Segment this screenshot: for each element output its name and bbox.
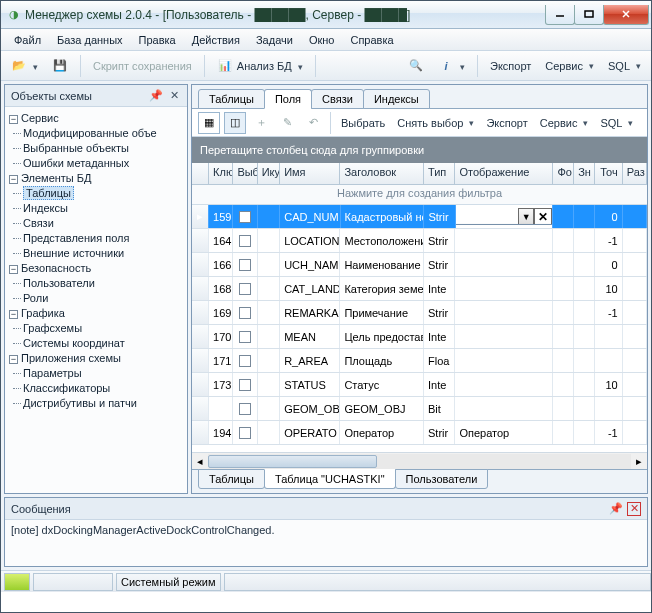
bottom-tab[interactable]: Пользователи	[395, 469, 489, 489]
tree-item[interactable]: Модифицированные объе	[23, 126, 185, 141]
dropdown-item[interactable]: Имя	[456, 225, 553, 228]
msg-pin-icon[interactable]: 📌	[609, 502, 623, 516]
col-fo[interactable]: Фо	[553, 163, 574, 184]
checkbox[interactable]	[239, 331, 251, 343]
menu-actions[interactable]: Действия	[185, 32, 247, 48]
col-raz[interactable]: Раз	[623, 163, 647, 184]
tree-item[interactable]: Графсхемы	[23, 321, 185, 336]
export-button[interactable]: Экспорт	[486, 58, 535, 74]
sql-menu[interactable]: SQL	[604, 58, 645, 74]
tree-item[interactable]: Внешние источники	[23, 246, 185, 261]
bottom-tab[interactable]: Таблица "UCHASTKI"	[264, 469, 396, 489]
tree-item[interactable]: Системы координат	[23, 336, 185, 351]
tree-group[interactable]: −Приложения схемыПараметрыКлассификаторы…	[9, 351, 185, 411]
table-row[interactable]: ▸159CAD_NUMКадастровый ноStrir▼✕ИмяНалич…	[192, 205, 647, 229]
top-tab[interactable]: Таблицы	[198, 89, 265, 109]
undo-icon[interactable]: ↶	[302, 112, 324, 134]
pin-icon[interactable]: 📌	[149, 89, 163, 103]
add-icon[interactable]: ＋	[250, 112, 272, 134]
save-button[interactable]: 💾	[48, 56, 72, 76]
view-grid-icon[interactable]: ▦	[198, 112, 220, 134]
service-menu[interactable]: Сервис	[541, 58, 598, 74]
select-button[interactable]: Выбрать	[337, 115, 389, 131]
grid-export-button[interactable]: Экспорт	[482, 115, 531, 131]
checkbox[interactable]	[239, 355, 251, 367]
table-row[interactable]: 164LOCATIONМестоположениStrir-1	[192, 229, 647, 253]
checkbox[interactable]	[239, 427, 251, 439]
edit-icon[interactable]: ✎	[276, 112, 298, 134]
grid-service-button[interactable]: Сервис	[536, 115, 593, 131]
checkbox[interactable]	[239, 403, 251, 415]
object-tree[interactable]: −СервисМодифицированные объеВыбранные об…	[5, 107, 187, 493]
tree-group[interactable]: −Элементы БДТаблицыИндексыСвязиПредставл…	[9, 171, 185, 261]
col-zn[interactable]: Зн	[574, 163, 595, 184]
table-row[interactable]: 171R_AREAПлощадьFloa	[192, 349, 647, 373]
table-row[interactable]: 166UCH_NAMНаименованиеStrir0	[192, 253, 647, 277]
col-display[interactable]: Отображение	[455, 163, 553, 184]
tree-item[interactable]: Ошибки метаданных	[23, 156, 185, 171]
tree-item[interactable]: Связи	[23, 216, 185, 231]
tree-item[interactable]: Параметры	[23, 366, 185, 381]
col-header[interactable]: Заголовок	[340, 163, 424, 184]
menu-tasks[interactable]: Задачи	[249, 32, 300, 48]
table-row[interactable]: 170MEANЦель предоставInte	[192, 325, 647, 349]
dropdown-toggle[interactable]: ▼	[518, 208, 534, 226]
table-row[interactable]: 194OPERATOОператорStrirОператор-1	[192, 421, 647, 445]
top-tab[interactable]: Связи	[311, 89, 364, 109]
table-row[interactable]: 173STATUSСтатусInte10	[192, 373, 647, 397]
filter-bar[interactable]: Нажмите для создания фильтра	[192, 185, 647, 205]
minimize-button[interactable]	[545, 5, 575, 25]
titlebar[interactable]: ◑ Менеджер схемы 2.0.4 - [Пользователь -…	[1, 1, 651, 29]
checkbox[interactable]	[239, 211, 251, 223]
tree-group[interactable]: −СервисМодифицированные объеВыбранные об…	[9, 111, 185, 171]
open-button[interactable]: 📂	[7, 56, 42, 76]
deselect-button[interactable]: Снять выбор	[393, 115, 478, 131]
checkbox[interactable]	[239, 259, 251, 271]
grid-sql-button[interactable]: SQL	[596, 115, 637, 131]
table-row[interactable]: GEOM_OBGEOM_OBJBit	[192, 397, 647, 421]
table-row[interactable]: 168CAT_LANDКатегория земелInte10	[192, 277, 647, 301]
checkbox[interactable]	[239, 283, 251, 295]
tree-item[interactable]: Классификаторы	[23, 381, 185, 396]
tree-item[interactable]: Таблицы	[23, 186, 185, 201]
tree-item[interactable]: Представления поля	[23, 231, 185, 246]
menu-db[interactable]: База данных	[50, 32, 130, 48]
top-tab[interactable]: Поля	[264, 89, 312, 109]
msg-close-icon[interactable]: ✕	[627, 502, 641, 516]
col-type[interactable]: Тип	[424, 163, 455, 184]
menu-file[interactable]: Файл	[7, 32, 48, 48]
save-script-button[interactable]: Скрипт сохранения	[89, 58, 196, 74]
col-toch[interactable]: Точ	[595, 163, 623, 184]
col-vyb[interactable]: Выб	[233, 163, 257, 184]
tree-item[interactable]: Роли	[23, 291, 185, 306]
menu-help[interactable]: Справка	[343, 32, 400, 48]
dropdown-list[interactable]: ИмяНаличие оригиналаСост. документаТип д…	[456, 224, 553, 228]
col-iku[interactable]: Ику	[258, 163, 280, 184]
checkbox[interactable]	[239, 235, 251, 247]
tree-item[interactable]: Пользователи	[23, 276, 185, 291]
tree-item[interactable]: Выбранные объекты	[23, 141, 185, 156]
clear-button[interactable]: ✕	[534, 208, 552, 226]
table-row[interactable]: 169REMARKAПримечаниеStrir-1	[192, 301, 647, 325]
menu-edit[interactable]: Правка	[132, 32, 183, 48]
menu-window[interactable]: Окно	[302, 32, 342, 48]
grid-h-scrollbar[interactable]: ◂ ▸	[192, 452, 647, 469]
col-name[interactable]: Имя	[280, 163, 340, 184]
pane-close-icon[interactable]: ✕	[167, 89, 181, 103]
group-box[interactable]: Перетащите столбец сюда для группировки	[192, 137, 647, 163]
checkbox[interactable]	[239, 307, 251, 319]
tree-item[interactable]: Дистрибутивы и патчи	[23, 396, 185, 411]
close-button[interactable]	[603, 5, 649, 25]
info-button[interactable]: i	[434, 56, 469, 76]
view-cards-icon[interactable]: ◫	[224, 112, 246, 134]
data-grid[interactable]: ▸159CAD_NUMКадастровый ноStrir▼✕ИмяНалич…	[192, 205, 647, 452]
tree-group[interactable]: −БезопасностьПользователиРоли	[9, 261, 185, 306]
search-button[interactable]: 🔍	[404, 56, 428, 76]
col-key[interactable]: Клю	[209, 163, 233, 184]
analyze-db-button[interactable]: 📊Анализ БД	[213, 56, 307, 76]
bottom-tab[interactable]: Таблицы	[198, 469, 265, 489]
tree-group[interactable]: −ГрафикаГрафсхемыСистемы координат	[9, 306, 185, 351]
maximize-button[interactable]	[574, 5, 604, 25]
checkbox[interactable]	[239, 379, 251, 391]
top-tab[interactable]: Индексы	[363, 89, 430, 109]
